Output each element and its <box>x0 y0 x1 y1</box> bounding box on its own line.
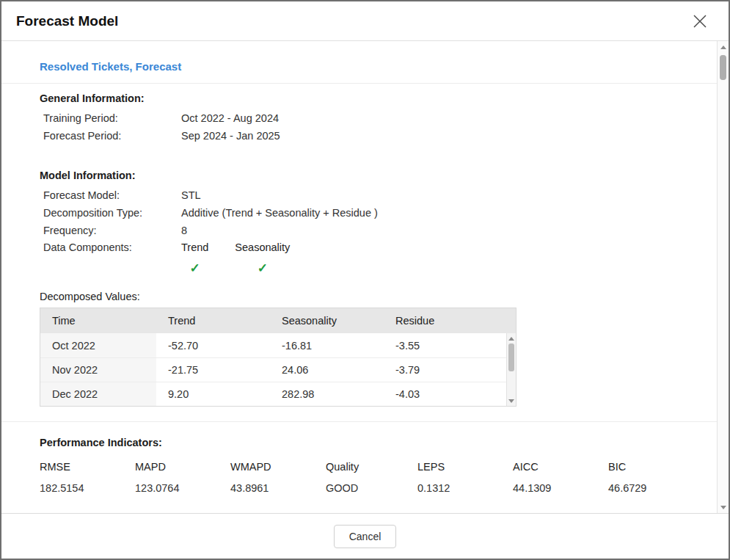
table-row: Oct 2022 -52.70 -16.81 -3.55 <box>40 333 506 357</box>
dialog-title: Forecast Model <box>16 13 118 29</box>
column-header-trend: Trend <box>156 315 270 327</box>
cell-time: Dec 2022 <box>40 382 156 406</box>
cell-seasonality: 282.98 <box>270 382 384 406</box>
metric-label: WMAPD <box>230 461 326 473</box>
metric-mapd: MAPD 123.0764 <box>135 461 230 494</box>
cell-seasonality: -16.81 <box>270 333 384 357</box>
report-row: Resolved Tickets, Forecast <box>1 41 717 83</box>
dialog-footer: Cancel <box>1 513 729 559</box>
metric-value: GOOD <box>326 482 417 494</box>
table-scroll-up-icon[interactable] <box>507 333 516 343</box>
decomposed-values-table: Time Trend Seasonality Residue Oct 2022 … <box>40 308 517 407</box>
dialog-scrollbar-thumb[interactable] <box>720 55 726 80</box>
forecast-period-label: Forecast Period: <box>40 127 181 145</box>
dialog-body: Resolved Tickets, Forecast General Infor… <box>1 41 729 513</box>
info-row-decomposition-type: Decomposition Type: Additive (Trend + Se… <box>40 204 717 222</box>
column-header-residue: Residue <box>384 315 516 327</box>
component-trend-label: Trend <box>181 241 208 253</box>
checkmark-icon: ✓ <box>235 261 290 276</box>
training-period-value: Oct 2022 - Aug 2024 <box>181 109 279 127</box>
metric-value: 46.6729 <box>608 482 704 494</box>
performance-section: Performance Indicators: RMSE 182.5154 MA… <box>1 422 717 494</box>
cell-time: Oct 2022 <box>40 333 156 357</box>
training-period-label: Training Period: <box>40 109 181 127</box>
cell-time: Nov 2022 <box>40 358 156 382</box>
metric-wmapd: WMAPD 43.8961 <box>230 461 326 494</box>
component-seasonality-label: Seasonality <box>235 241 290 253</box>
table-row: Dec 2022 9.20 282.98 -4.03 <box>40 382 506 406</box>
forecast-model-value: STL <box>181 186 201 204</box>
metric-label: MAPD <box>135 461 230 473</box>
table-row: Nov 2022 -21.75 24.06 -3.79 <box>40 357 506 382</box>
performance-heading: Performance Indicators: <box>40 437 717 448</box>
cell-trend: -52.70 <box>156 333 270 357</box>
decomposition-type-label: Decomposition Type: <box>40 204 181 222</box>
metric-leps: LEPS 0.1312 <box>417 461 513 494</box>
checkmark-icon: ✓ <box>181 261 208 276</box>
general-info-section: General Information: Training Period: Oc… <box>40 92 717 145</box>
forecast-period-value: Sep 2024 - Jan 2025 <box>181 127 280 145</box>
metric-bic: BIC 46.6729 <box>608 461 704 494</box>
cell-residue: -4.03 <box>384 382 506 406</box>
column-header-time: Time <box>40 315 156 327</box>
metric-label: Quality <box>326 461 417 473</box>
table-scroll-down-icon[interactable] <box>507 396 516 406</box>
forecast-model-dialog: Forecast Model Resolved Tickets, Forecas… <box>0 0 730 560</box>
metric-value: 43.8961 <box>230 482 326 494</box>
table-scrollbar[interactable] <box>506 333 516 406</box>
cancel-button[interactable]: Cancel <box>334 525 397 548</box>
data-components-label: Data Components: <box>40 241 181 276</box>
metric-aicc: AICC 44.1309 <box>513 461 608 494</box>
metric-value: 123.0764 <box>135 482 230 494</box>
metric-label: RMSE <box>40 461 135 473</box>
cell-trend: -21.75 <box>156 358 270 382</box>
decomposed-values-heading: Decomposed Values: <box>40 291 717 302</box>
metric-rmse: RMSE 182.5154 <box>40 461 135 494</box>
frequency-value: 8 <box>181 222 187 239</box>
table-scrollbar-thumb[interactable] <box>508 343 514 371</box>
metric-label: LEPS <box>417 461 513 473</box>
info-row-forecast-period: Forecast Period: Sep 2024 - Jan 2025 <box>40 127 717 145</box>
metric-quality: Quality GOOD <box>326 461 417 494</box>
metric-label: BIC <box>608 461 704 473</box>
forecast-model-label: Forecast Model: <box>40 186 181 204</box>
info-row-training-period: Training Period: Oct 2022 - Aug 2024 <box>40 109 717 127</box>
column-header-seasonality: Seasonality <box>270 315 384 327</box>
component-seasonality: Seasonality ✓ <box>235 241 290 276</box>
cell-residue: -3.55 <box>384 333 506 357</box>
cell-residue: -3.79 <box>384 358 506 382</box>
dialog-header: Forecast Model <box>1 1 729 41</box>
info-row-forecast-model: Forecast Model: STL <box>40 186 717 204</box>
dialog-main: General Information: Training Period: Oc… <box>1 84 717 421</box>
info-row-frequency: Frequency: 8 <box>40 222 717 239</box>
scroll-down-icon[interactable] <box>718 501 729 513</box>
scroll-up-icon[interactable] <box>718 41 729 53</box>
decomposition-type-value: Additive (Trend + Seasonality + Residue … <box>181 204 378 222</box>
model-info-section: Model Information: Forecast Model: STL D… <box>40 170 717 276</box>
cell-trend: 9.20 <box>156 382 270 406</box>
close-button[interactable] <box>689 10 711 32</box>
general-info-heading: General Information: <box>40 92 717 104</box>
close-icon <box>692 13 708 29</box>
metrics-row: RMSE 182.5154 MAPD 123.0764 WMAPD 43.896… <box>40 461 717 494</box>
model-info-heading: Model Information: <box>40 170 717 181</box>
component-trend: Trend ✓ <box>181 241 208 276</box>
table-header-row: Time Trend Seasonality Residue <box>40 308 516 333</box>
metric-label: AICC <box>513 461 608 473</box>
cell-seasonality: 24.06 <box>270 358 384 382</box>
dialog-scrollbar[interactable] <box>717 41 729 513</box>
decomposed-values-section: Decomposed Values: Time Trend Seasonalit… <box>40 291 717 407</box>
metric-value: 0.1312 <box>417 482 513 494</box>
dialog-content: Resolved Tickets, Forecast General Infor… <box>1 41 717 513</box>
metric-value: 182.5154 <box>40 482 135 494</box>
report-link[interactable]: Resolved Tickets, Forecast <box>40 60 181 73</box>
metric-value: 44.1309 <box>513 482 608 494</box>
table-body: Oct 2022 -52.70 -16.81 -3.55 Nov 2022 -2… <box>40 333 516 406</box>
data-components-row: Data Components: Trend ✓ Seasonality ✓ <box>40 241 717 276</box>
frequency-label: Frequency: <box>40 222 181 239</box>
